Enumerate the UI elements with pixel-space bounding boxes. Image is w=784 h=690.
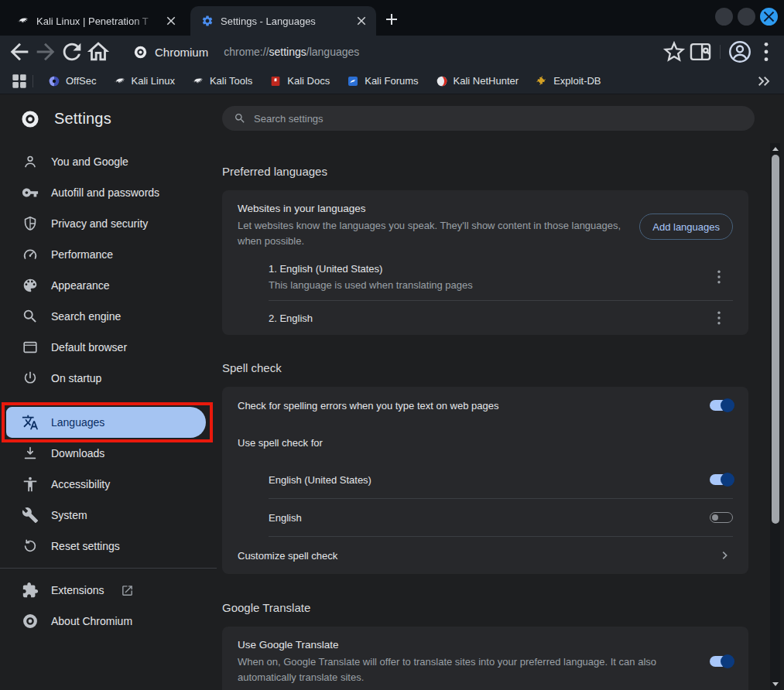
chromium-logo-icon bbox=[22, 613, 39, 630]
exploit-db-icon bbox=[536, 75, 548, 87]
row-label: Customize spell check bbox=[238, 550, 337, 562]
page-title: Settings bbox=[54, 110, 111, 128]
settings-content: Preferred languages Websites in your lan… bbox=[222, 143, 748, 690]
more-actions-kebab-icon[interactable] bbox=[710, 268, 728, 286]
card-title: Websites in your languages bbox=[238, 201, 634, 217]
bookmark-label: Kali Docs bbox=[287, 75, 330, 87]
card-description: Let websites know the languages you spea… bbox=[238, 218, 634, 249]
bookmark-exploit-db[interactable]: Exploit-DB bbox=[536, 75, 601, 87]
browser-window: Kali Linux | Penetration T Settings - La… bbox=[0, 0, 784, 690]
tab-settings-languages[interactable]: Settings - Languages bbox=[190, 6, 376, 36]
tab-kali-linux[interactable]: Kali Linux | Penetration T bbox=[6, 6, 186, 36]
language-label: 1. English (United States) bbox=[269, 261, 473, 276]
sidebar-item-label: System bbox=[51, 509, 87, 521]
sidebar-item-performance[interactable]: Performance bbox=[0, 239, 217, 270]
shield-icon bbox=[22, 215, 39, 232]
section-heading-spell-check: Spell check bbox=[222, 360, 748, 376]
new-tab-button[interactable] bbox=[382, 10, 401, 29]
spell-check-toggle[interactable] bbox=[710, 400, 733, 411]
reset-icon bbox=[22, 538, 39, 555]
scroll-down-arrow[interactable] bbox=[772, 682, 779, 686]
chromium-logo-icon bbox=[20, 109, 40, 129]
sidebar-item-default-browser[interactable]: Default browser bbox=[0, 332, 217, 363]
home-button[interactable] bbox=[85, 39, 111, 65]
language-row-english-us: 1. English (United States) This language… bbox=[269, 254, 748, 300]
bookmark-kali-nethunter[interactable]: Kali NetHunter bbox=[436, 75, 519, 87]
sidebar-item-autofill[interactable]: Autofill and passwords bbox=[0, 177, 217, 208]
bookmark-star-icon[interactable] bbox=[661, 39, 687, 65]
english-us-toggle[interactable] bbox=[710, 474, 733, 485]
sidebar-item-extensions[interactable]: Extensions bbox=[0, 575, 217, 606]
side-panel-search-icon[interactable] bbox=[687, 39, 714, 65]
scrollbar-thumb[interactable] bbox=[772, 155, 779, 524]
bookmark-label: Exploit-DB bbox=[553, 75, 601, 87]
sidebar-item-downloads[interactable]: Downloads bbox=[0, 438, 217, 469]
bookmarks-bar: OffSec Kali Linux Kali Tools Kali Docs K… bbox=[0, 68, 784, 94]
sidebar-item-label: You and Google bbox=[51, 155, 128, 168]
sidebar-item-about-chromium[interactable]: About Chromium bbox=[0, 606, 217, 637]
menu-kebab-icon[interactable] bbox=[753, 39, 779, 65]
sidebar-item-system[interactable]: System bbox=[0, 500, 217, 531]
sidebar-item-label: Performance bbox=[51, 248, 113, 261]
settings-sidebar: You and Google Autofill and passwords Pr… bbox=[0, 143, 217, 690]
bookmark-offsec[interactable]: OffSec bbox=[48, 75, 97, 87]
profile-icon[interactable] bbox=[727, 39, 753, 65]
bookmarks-divider bbox=[33, 75, 33, 87]
sidebar-item-label: Accessibility bbox=[51, 478, 110, 490]
puzzle-icon bbox=[22, 582, 39, 599]
search-input[interactable] bbox=[254, 113, 687, 125]
customize-spell-check-row[interactable]: Customize spell check bbox=[222, 537, 748, 574]
forward-button[interactable] bbox=[33, 39, 59, 65]
sidebar-item-reset-settings[interactable]: Reset settings bbox=[0, 531, 217, 562]
speedometer-icon bbox=[22, 246, 39, 263]
close-window-button[interactable] bbox=[760, 8, 778, 26]
apps-grid-icon[interactable] bbox=[8, 71, 31, 91]
settings-header: Settings bbox=[0, 94, 784, 143]
bookmark-kali-forums[interactable]: Kali Forums bbox=[347, 75, 418, 87]
kali-dragon-icon bbox=[114, 75, 126, 87]
bookmark-kali-linux[interactable]: Kali Linux bbox=[114, 75, 175, 87]
tab-title: Settings - Languages bbox=[221, 15, 350, 27]
spell-check-toggle-row: Check for spelling errors when you type … bbox=[222, 387, 748, 424]
maximize-button[interactable] bbox=[738, 8, 755, 26]
google-translate-toggle[interactable] bbox=[710, 656, 733, 667]
scroll-up-arrow[interactable] bbox=[772, 147, 779, 151]
more-actions-kebab-icon[interactable] bbox=[710, 309, 728, 327]
minimize-button[interactable] bbox=[715, 8, 733, 26]
bookmark-kali-docs[interactable]: Kali Docs bbox=[269, 75, 330, 87]
sidebar-item-accessibility[interactable]: Accessibility bbox=[0, 469, 217, 500]
add-languages-button[interactable]: Add languages bbox=[639, 213, 733, 240]
sidebar-item-label: Search engine bbox=[51, 310, 121, 323]
sidebar-item-search-engine[interactable]: Search engine bbox=[0, 301, 217, 332]
row-label: English (United States) bbox=[269, 474, 371, 486]
sidebar-item-label: Default browser bbox=[51, 341, 127, 354]
origin-label: Chromium bbox=[155, 46, 208, 59]
back-button[interactable] bbox=[6, 39, 33, 65]
settings-search[interactable] bbox=[222, 106, 755, 131]
close-tab-icon[interactable] bbox=[164, 14, 178, 28]
bookmarks-overflow-icon[interactable] bbox=[755, 72, 773, 91]
sidebar-item-appearance[interactable]: Appearance bbox=[0, 270, 217, 301]
power-icon bbox=[22, 370, 39, 387]
browser-toolbar: Chromium chrome://settings/languages bbox=[0, 36, 784, 68]
sidebar-item-label: Autofill and passwords bbox=[51, 186, 159, 199]
bookmark-label: OffSec bbox=[66, 75, 97, 87]
sidebar-item-privacy[interactable]: Privacy and security bbox=[0, 208, 217, 239]
section-heading-google-translate: Google Translate bbox=[222, 600, 748, 616]
sidebar-item-on-startup[interactable]: On startup bbox=[0, 363, 217, 394]
english-toggle[interactable] bbox=[710, 512, 733, 523]
window-controls bbox=[715, 8, 778, 26]
card-description: When on, Google Translate will offer to … bbox=[238, 654, 676, 685]
close-tab-icon[interactable] bbox=[354, 14, 368, 28]
page-scrollbar[interactable] bbox=[770, 143, 780, 690]
bookmark-kali-tools[interactable]: Kali Tools bbox=[192, 75, 252, 87]
url-host: settings bbox=[269, 46, 306, 58]
address-bar[interactable]: chrome://settings/languages bbox=[224, 46, 661, 58]
section-heading-preferred-languages: Preferred languages bbox=[222, 164, 748, 179]
sidebar-item-you-and-google[interactable]: You and Google bbox=[0, 146, 217, 177]
bookmark-label: Kali NetHunter bbox=[454, 75, 519, 87]
reload-button[interactable] bbox=[59, 39, 85, 65]
tab-strip: Kali Linux | Penetration T Settings - La… bbox=[0, 0, 784, 36]
url-scheme: chrome:// bbox=[224, 46, 269, 58]
sidebar-item-languages[interactable]: Languages bbox=[6, 407, 206, 438]
